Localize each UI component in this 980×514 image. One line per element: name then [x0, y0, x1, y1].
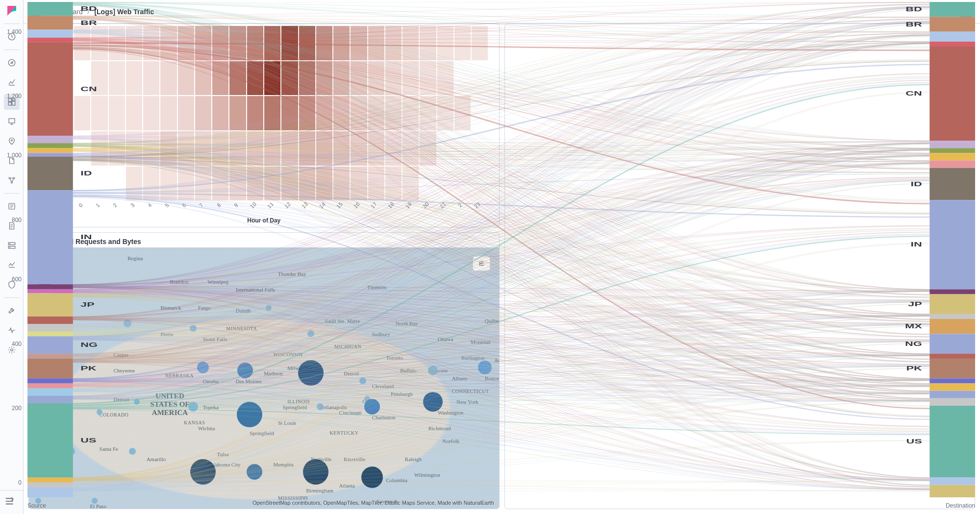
svg-rect-88	[930, 406, 975, 478]
svg-text:US: US	[906, 438, 922, 445]
svg-text:MX: MX	[905, 323, 923, 330]
svg-rect-79	[930, 334, 975, 353]
svg-rect-74	[930, 294, 975, 314]
svg-rect-76	[930, 314, 975, 319]
svg-rect-63	[930, 47, 975, 141]
svg-rect-81	[930, 354, 975, 359]
svg-text:ID: ID	[911, 180, 922, 187]
svg-text:JP: JP	[908, 301, 922, 308]
svg-rect-59	[930, 24, 975, 32]
svg-rect-90	[930, 478, 975, 485]
svg-rect-85	[930, 383, 975, 391]
svg-rect-71	[930, 200, 975, 289]
svg-rect-69	[930, 168, 975, 200]
sankey-panel: 1,4001,2001,0008006004002000 BDBRCNIDINJ…	[504, 24, 976, 509]
svg-rect-73	[930, 289, 975, 294]
svg-rect-62	[930, 42, 975, 47]
svg-rect-86	[930, 391, 975, 398]
svg-rect-67	[930, 153, 975, 160]
svg-rect-91	[930, 485, 975, 497]
svg-text:NG: NG	[905, 340, 922, 347]
svg-rect-82	[930, 359, 975, 378]
svg-text:IN: IN	[911, 241, 922, 248]
svg-text:BR: BR	[905, 24, 922, 27]
svg-text:PK: PK	[906, 365, 923, 372]
svg-rect-61	[930, 32, 975, 42]
svg-text:CN: CN	[905, 90, 922, 97]
svg-rect-65	[930, 141, 975, 148]
svg-rect-84	[930, 378, 975, 383]
sankey-chart[interactable]: BDBRCNIDINJPNGPKUSBDBRCNIDINJPMXNGPKUS	[504, 24, 976, 497]
svg-rect-66	[930, 148, 975, 153]
svg-rect-68	[930, 161, 975, 168]
svg-rect-87	[930, 398, 975, 406]
svg-rect-77	[930, 319, 975, 334]
